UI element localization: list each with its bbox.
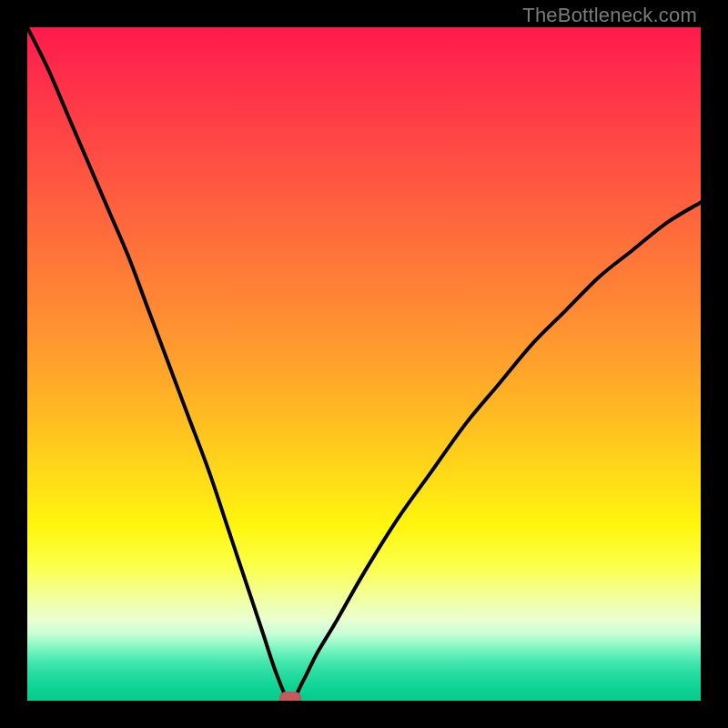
bottleneck-curve (27, 27, 701, 701)
watermark-text: TheBottleneck.com (522, 4, 697, 27)
plot-area (27, 27, 701, 701)
chart-frame: TheBottleneck.com (0, 0, 728, 728)
optimal-marker (279, 692, 301, 701)
curve-path (27, 27, 701, 701)
